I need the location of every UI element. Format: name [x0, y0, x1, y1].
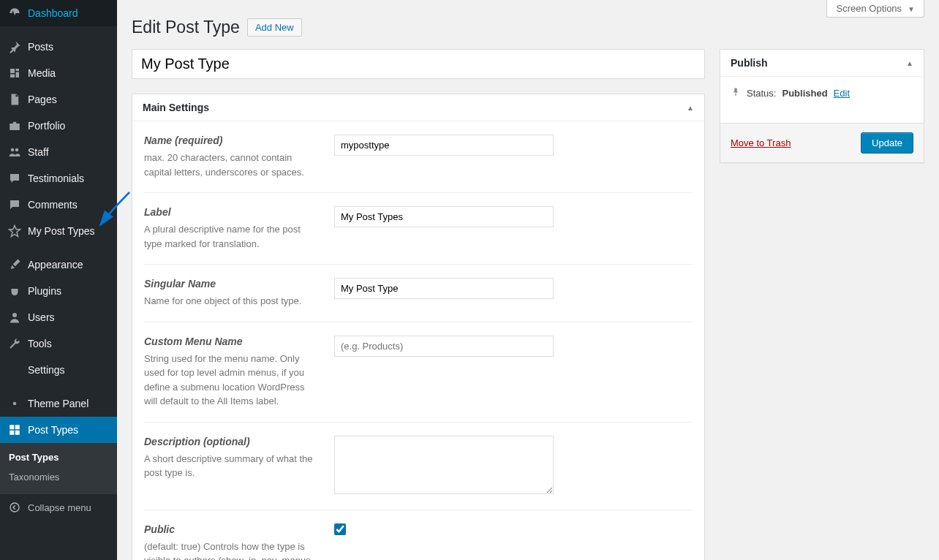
main-settings-heading: Main Settings [143, 102, 209, 113]
sidebar-item-posts[interactable]: Posts [0, 34, 117, 60]
screen-options-toggle[interactable]: Screen Options [826, 0, 924, 18]
user-icon [7, 310, 22, 325]
publish-box: Publish ▲ Status: Published Edit Move to… [720, 49, 924, 163]
page-icon [7, 92, 22, 107]
gear-icon [7, 396, 22, 411]
sliders-icon [7, 363, 22, 377]
sidebar-item-users[interactable]: Users [0, 304, 117, 330]
move-to-trash-link[interactable]: Move to Trash [731, 137, 791, 148]
sidebar-item-posttypes[interactable]: Post Types [0, 417, 117, 443]
grid-icon [7, 423, 22, 437]
sidebar-item-tools[interactable]: Tools [0, 330, 117, 357]
label-input[interactable] [334, 206, 554, 227]
submenu-taxonomies[interactable]: Taxonomies [0, 467, 117, 487]
sidebar-item-appearance[interactable]: Appearance [0, 251, 117, 278]
chat-icon [7, 171, 22, 186]
sidebar-item-settings[interactable]: Settings [0, 357, 117, 383]
submenu-posttypes[interactable]: Post Types [0, 447, 117, 467]
collapse-icon [7, 500, 22, 515]
sidebar-item-plugins[interactable]: Plugins [0, 278, 117, 304]
plug-icon [7, 284, 22, 298]
sidebar-label: Dashboard [28, 7, 110, 19]
dashboard-icon [7, 6, 22, 20]
menuname-input[interactable] [334, 336, 554, 357]
chevron-up-icon: ▲ [687, 104, 694, 112]
sidebar-item-pages[interactable]: Pages [0, 86, 117, 113]
edit-status-link[interactable]: Edit [834, 88, 850, 99]
svg-point-2 [12, 313, 17, 317]
admin-sidebar: Dashboard Posts Media Pages Portfolio St… [0, 0, 117, 560]
svg-point-0 [11, 148, 15, 152]
field-name-desc: max. 20 characters, cannot contain capit… [144, 151, 320, 179]
group-icon [7, 145, 22, 159]
sidebar-item-comments[interactable]: Comments [0, 192, 117, 218]
collapse-menu[interactable]: Collapse menu [0, 494, 117, 521]
wrench-icon [7, 336, 22, 351]
brush-icon [7, 257, 22, 272]
main-content: Screen Options Edit Post Type Add New Ma… [117, 0, 939, 560]
post-title-input[interactable] [132, 49, 705, 79]
main-settings-toggle[interactable]: Main Settings ▲ [132, 94, 704, 121]
sidebar-item-portfolio[interactable]: Portfolio [0, 113, 117, 139]
update-button[interactable]: Update [861, 132, 913, 154]
page-title: Edit Post Type [132, 18, 240, 37]
status-value: Published [782, 88, 827, 99]
sidebar-item-themepanel[interactable]: Theme Panel [0, 390, 117, 417]
publish-toggle[interactable]: Publish ▲ [720, 50, 924, 77]
publish-heading: Publish [731, 57, 768, 69]
sidebar-item-dashboard[interactable]: Dashboard [0, 0, 117, 26]
public-checkbox[interactable] [334, 523, 346, 535]
star-icon [7, 224, 22, 238]
sidebar-item-media[interactable]: Media [0, 60, 117, 86]
comment-icon [7, 197, 22, 212]
singular-input[interactable] [334, 278, 554, 299]
main-settings-box: Main Settings ▲ Name (required)max. 20 c… [132, 94, 705, 560]
name-input[interactable] [334, 135, 554, 156]
briefcase-icon [7, 118, 22, 133]
pin-icon [7, 39, 22, 54]
media-icon [7, 66, 22, 80]
svg-point-4 [10, 503, 19, 512]
svg-point-1 [15, 148, 19, 152]
add-new-button[interactable]: Add New [247, 18, 302, 37]
description-textarea[interactable] [334, 436, 554, 494]
status-label: Status: [747, 88, 776, 99]
chevron-up-icon: ▲ [906, 59, 913, 67]
sidebar-item-staff[interactable]: Staff [0, 139, 117, 165]
field-name-title: Name (required) [144, 135, 320, 146]
sidebar-submenu: Post Types Taxonomies [0, 443, 117, 494]
svg-point-3 [13, 402, 17, 406]
sidebar-item-testimonials[interactable]: Testimonials [0, 165, 117, 192]
pushpin-icon [731, 87, 741, 99]
sidebar-item-myposttypes[interactable]: My Post Types [0, 218, 117, 244]
